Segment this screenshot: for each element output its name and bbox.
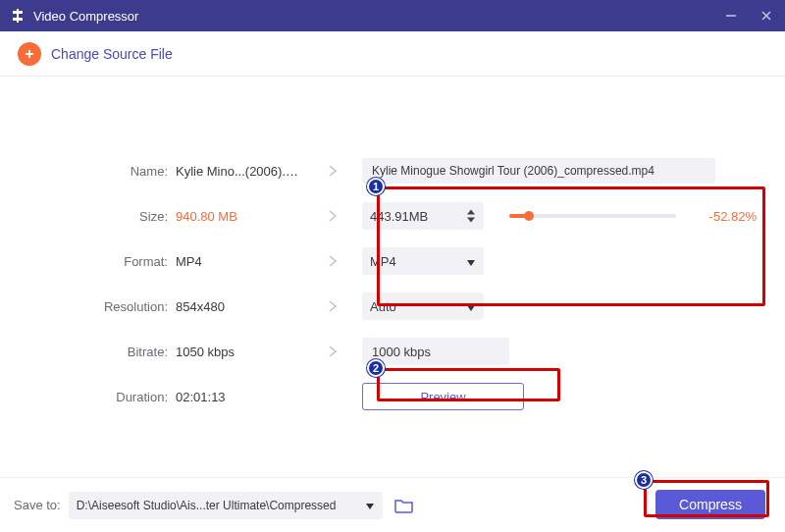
output-name-field[interactable]: Kylie Minogue Showgirl Tour (2006)_compr… <box>362 158 715 184</box>
output-resolution-select[interactable]: Auto <box>362 293 484 320</box>
footer: Save to: D:\Aiseesoft Studio\Ais...ter U… <box>0 477 785 532</box>
svg-rect-2 <box>17 9 19 23</box>
arrow-icon <box>303 299 362 313</box>
header: Change Source File <box>0 31 785 77</box>
output-size-stepper[interactable]: 443.91MB <box>362 202 484 230</box>
arrow-icon <box>303 254 362 268</box>
arrow-icon <box>303 345 362 358</box>
annotation-badge-1: 1 <box>367 178 385 195</box>
slider-knob[interactable] <box>524 211 534 221</box>
label-bitrate: Bitrate: <box>14 345 176 359</box>
saveto-path-select[interactable]: D:\Aiseesoft Studio\Ais...ter Ultimate\C… <box>69 492 383 519</box>
window-controls <box>722 7 775 25</box>
minimize-button[interactable] <box>722 7 740 25</box>
output-size-value: 443.91MB <box>370 209 428 224</box>
label-duration: Duration: <box>14 390 176 404</box>
titlebar: Video Compressor <box>0 0 785 31</box>
arrow-icon <box>303 209 362 223</box>
source-duration: 02:01:13 <box>176 390 303 404</box>
source-format: MP4 <box>176 254 303 269</box>
label-resolution: Resolution: <box>14 299 176 314</box>
source-bitrate: 1050 kbps <box>176 345 303 359</box>
label-saveto: Save to: <box>14 498 61 512</box>
chevron-down-icon <box>365 499 375 512</box>
source-size: 940.80 MB <box>176 209 303 224</box>
annotation-badge-2: 2 <box>367 359 385 377</box>
row-duration: Duration: 02:01:13 Preview <box>14 383 771 410</box>
svg-marker-12 <box>366 504 374 509</box>
label-format: Format: <box>14 254 176 269</box>
svg-marker-11 <box>467 305 475 311</box>
saveto-path-value: D:\Aiseesoft Studio\Ais...ter Ultimate\C… <box>77 499 337 512</box>
source-name: Kylie Mino...(2006).mp4 <box>176 164 303 179</box>
window-title: Video Compressor <box>33 9 722 24</box>
svg-marker-10 <box>467 260 475 266</box>
app-window: Video Compressor Change Source File Name… <box>0 0 785 532</box>
output-resolution-value: Auto <box>370 299 396 314</box>
row-size: Size: 940.80 MB 443.91MB <box>14 202 771 230</box>
chevron-down-icon <box>466 254 476 269</box>
row-name: Name: Kylie Mino...(2006).mp4 Kylie Mino… <box>14 157 771 185</box>
chevron-down-icon <box>466 299 476 314</box>
stepper-icon <box>466 209 476 223</box>
svg-marker-8 <box>467 210 475 215</box>
arrow-icon <box>303 164 362 178</box>
close-button[interactable] <box>758 7 775 25</box>
output-format-value: MP4 <box>370 254 396 269</box>
annotation-badge-3: 3 <box>635 471 653 489</box>
source-resolution: 854x480 <box>176 299 303 314</box>
folder-icon <box>394 498 414 513</box>
open-folder-button[interactable] <box>392 494 416 517</box>
main-panel: Name: Kylie Mino...(2006).mp4 Kylie Mino… <box>0 77 785 477</box>
preview-button[interactable]: Preview <box>362 383 524 410</box>
output-format-select[interactable]: MP4 <box>362 247 484 275</box>
output-bitrate-value: 1000 kbps <box>362 338 509 365</box>
add-icon[interactable] <box>18 42 41 66</box>
row-bitrate: Bitrate: 1050 kbps 1000 kbps <box>14 338 771 365</box>
row-format: Format: MP4 MP4 <box>14 247 771 275</box>
size-reduction-pct: -52.82% <box>696 209 757 224</box>
size-slider[interactable] <box>509 214 676 218</box>
label-name: Name: <box>14 164 176 179</box>
change-source-link[interactable]: Change Source File <box>51 46 173 62</box>
row-resolution: Resolution: 854x480 Auto <box>14 293 771 320</box>
app-icon <box>10 8 26 24</box>
label-size: Size: <box>14 209 176 224</box>
svg-marker-9 <box>467 218 475 223</box>
compress-button[interactable]: Compress <box>655 490 765 519</box>
